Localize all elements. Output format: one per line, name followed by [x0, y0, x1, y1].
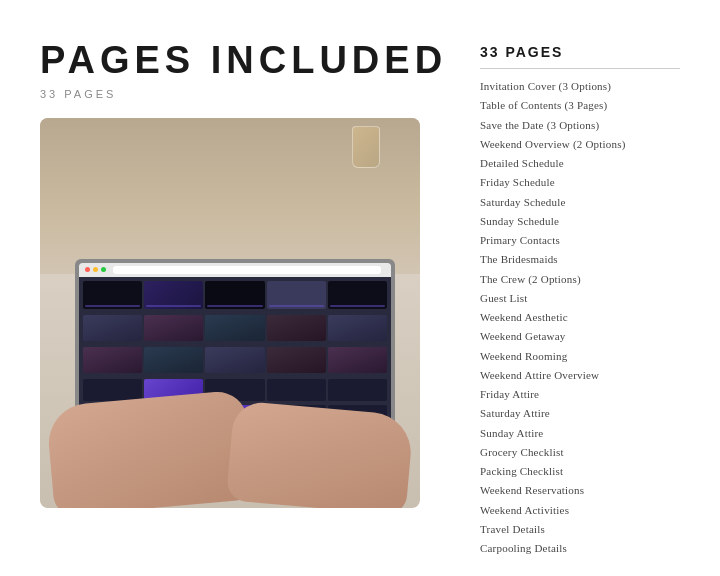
list-item: Sunday Schedule: [480, 212, 680, 231]
list-item: Weekend Reservations: [480, 481, 680, 500]
hand-left: [46, 389, 255, 508]
grid-cell: [144, 281, 203, 309]
screen-grid-row3: [79, 345, 391, 377]
list-item: Travel Details: [480, 520, 680, 539]
list-item: Table of Contents (3 Pages): [480, 96, 680, 115]
list-item: Weekend Aesthetic: [480, 308, 680, 327]
list-item: Friday Attire: [480, 385, 680, 404]
list-item: Weekend Activities: [480, 501, 680, 520]
screen-grid-row1: [79, 277, 391, 313]
grid-cell: [328, 281, 387, 309]
grid-cell: [328, 347, 387, 373]
list-item: Primary Contacts: [480, 231, 680, 250]
page-subtitle: 33 PAGES: [40, 88, 450, 100]
grid-cell: [144, 347, 203, 373]
list-item: Guest List: [480, 289, 680, 308]
grid-cell: [267, 281, 326, 309]
right-column: 33 PAGES Invitation Cover (3 Options)Tab…: [480, 40, 680, 546]
main-container: PAGES INCLUDED 33 PAGES: [0, 0, 720, 576]
list-item: Saturday Schedule: [480, 193, 680, 212]
page-title: PAGES INCLUDED: [40, 40, 450, 82]
pages-count-header: 33 PAGES: [480, 44, 680, 69]
list-item: Weekend Rooming: [480, 347, 680, 366]
list-item: Packing Checklist: [480, 462, 680, 481]
grid-cell: [83, 315, 142, 341]
list-item: Grocery Checklist: [480, 443, 680, 462]
grid-cell: [328, 315, 387, 341]
grid-cell: [267, 347, 326, 373]
list-item: Carpooling Details: [480, 539, 680, 558]
grid-cell: [83, 281, 142, 309]
list-item: Detailed Schedule: [480, 154, 680, 173]
browser-url-bar: [113, 266, 381, 274]
close-dot: [85, 267, 90, 272]
list-item: Saturday Attire: [480, 404, 680, 423]
minimize-dot: [93, 267, 98, 272]
list-item: Friday Schedule: [480, 173, 680, 192]
glass-decoration: [352, 126, 380, 168]
screen-grid-row2: [79, 313, 391, 345]
list-item: The Crew (2 Options): [480, 270, 680, 289]
list-item: The Bridesmaids: [480, 250, 680, 269]
grid-cell: [205, 315, 264, 341]
grid-cell: [205, 281, 264, 309]
grid-cell: [267, 315, 326, 341]
maximize-dot: [101, 267, 106, 272]
list-item: Weekend Attire Overview: [480, 366, 680, 385]
pages-list: Invitation Cover (3 Options)Table of Con…: [480, 77, 680, 558]
grid-cell: [205, 347, 264, 373]
left-column: PAGES INCLUDED 33 PAGES: [40, 40, 450, 546]
list-item: Invitation Cover (3 Options): [480, 77, 680, 96]
hands-overlay: [40, 388, 420, 508]
list-item: Save the Date (3 Options): [480, 116, 680, 135]
list-item: Weekend Overview (2 Options): [480, 135, 680, 154]
list-item: Sunday Attire: [480, 424, 680, 443]
grid-cell: [83, 347, 142, 373]
hand-right: [226, 400, 414, 508]
laptop-photo: [40, 118, 420, 508]
list-item: Weekend Getaway: [480, 327, 680, 346]
grid-cell: [144, 315, 203, 341]
browser-bar: [79, 263, 391, 277]
